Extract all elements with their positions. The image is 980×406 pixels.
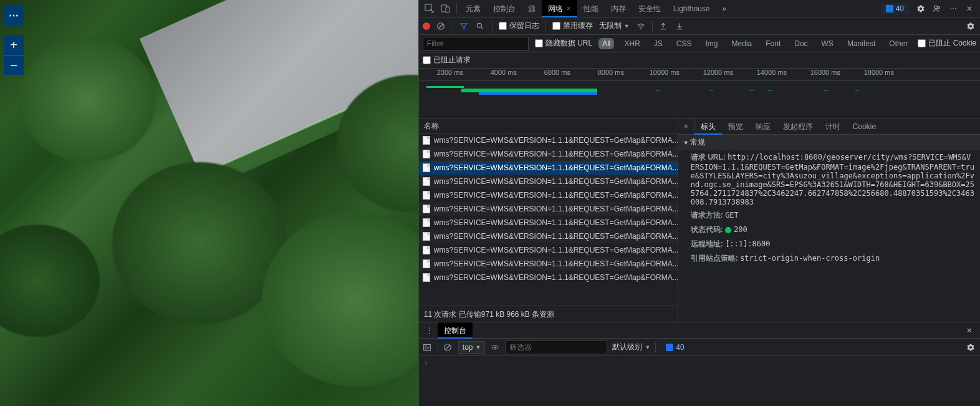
filter-font[interactable]: Font (762, 38, 784, 49)
upload-icon[interactable] (659, 22, 669, 31)
throttling-select[interactable]: 无限制▼ (599, 21, 630, 31)
drawer-close-icon[interactable]: ✕ (961, 322, 978, 339)
document-icon (423, 246, 430, 254)
timeline-tick: 6000 ms (544, 69, 570, 76)
tab-close-icon[interactable]: × (567, 4, 571, 13)
timeline-tick: 12000 ms (703, 69, 733, 76)
hide-data-urls-toggle[interactable]: 隐藏数据 URL (535, 38, 592, 49)
detail-tab-initiator[interactable]: 发起程序 (777, 118, 819, 135)
detail-tab-preview[interactable]: 预览 (722, 118, 749, 135)
tab-network[interactable]: 网络× (542, 0, 577, 17)
blocked-row: 已阻止请求 (419, 52, 980, 69)
zoom-out-button[interactable]: − (4, 55, 24, 75)
document-icon (423, 205, 430, 213)
request-row[interactable]: wms?SERVICE=WMS&VERSION=1.1.1&REQUEST=Ge… (419, 271, 678, 284)
tab-elements[interactable]: 元素 (459, 0, 487, 17)
tab-console[interactable]: 控制台 (487, 0, 522, 17)
download-icon[interactable] (675, 22, 685, 31)
filter-all[interactable]: All (598, 38, 614, 49)
detail-tab-cookies[interactable]: Cookie (847, 118, 882, 135)
request-row[interactable]: wms?SERVICE=WMS&VERSION=1.1.1&REQUEST=Ge… (419, 133, 678, 147)
inspect-icon[interactable] (421, 1, 438, 17)
issues-badge[interactable]: 40 (881, 3, 909, 14)
detail-tab-headers[interactable]: 标头 (694, 118, 722, 135)
filter-media[interactable]: Media (728, 38, 756, 49)
filter-doc[interactable]: Doc (790, 38, 811, 49)
request-summary: 11 次请求 已传输971 kB 966 kB 条资源 (419, 306, 678, 322)
preserve-log-toggle[interactable]: 保留日志 (499, 21, 539, 31)
wifi-icon[interactable] (636, 22, 646, 31)
filter-img[interactable]: Img (702, 38, 722, 49)
filter-xhr[interactable]: XHR (620, 38, 643, 49)
request-url: 请求 URL: http://localhost:8600/geoserver/… (678, 150, 980, 208)
status-dot-icon (725, 227, 731, 233)
map-menu-button[interactable]: ⋯ (4, 5, 24, 25)
network-toolbar: 保留日志 禁用缓存 无限制▼ (419, 17, 980, 35)
tab-memory[interactable]: 内存 (605, 0, 632, 17)
blocked-cookies-toggle[interactable]: 已阻止 Cookie (918, 38, 976, 49)
map-viewer[interactable]: ⋯ + − (0, 0, 418, 406)
timeline-tick: 8000 ms (598, 69, 624, 76)
tab-security[interactable]: 安全性 (632, 0, 667, 17)
console-settings-icon[interactable] (966, 343, 976, 352)
live-expression-icon[interactable] (490, 344, 500, 351)
request-row[interactable]: wms?SERVICE=WMS&VERSION=1.1.1&REQUEST=Ge… (419, 161, 678, 175)
filter-icon[interactable] (459, 22, 469, 31)
console-prompt-icon: › (424, 359, 428, 367)
close-devtools-icon[interactable]: ✕ (961, 1, 978, 17)
filter-manifest[interactable]: Manifest (843, 38, 879, 49)
request-row[interactable]: wms?SERVICE=WMS&VERSION=1.1.1&REQUEST=Ge… (419, 147, 678, 161)
detail-tab-timing[interactable]: 计时 (819, 118, 847, 135)
request-row[interactable]: wms?SERVICE=WMS&VERSION=1.1.1&REQUEST=Ge… (419, 243, 678, 257)
blocked-requests-toggle[interactable]: 已阻止请求 (423, 55, 471, 65)
console-issues-badge[interactable]: 40 (661, 342, 689, 353)
settings-icon[interactable] (913, 1, 929, 17)
account-icon[interactable] (929, 1, 945, 17)
zoom-in-button[interactable]: + (4, 35, 24, 55)
column-name[interactable]: 名称 (419, 118, 678, 133)
tab-performance[interactable]: 性能 (577, 0, 605, 17)
network-timeline[interactable]: 2000 ms4000 ms6000 ms8000 ms10000 ms1200… (419, 69, 980, 118)
console-sidebar-icon[interactable] (423, 343, 433, 352)
search-icon[interactable] (476, 22, 486, 31)
request-name: wms?SERVICE=WMS&VERSION=1.1.1&REQUEST=Ge… (434, 136, 678, 145)
filter-ws[interactable]: WS (818, 38, 837, 49)
svg-point-3 (934, 6, 938, 9)
console-clear-icon[interactable] (443, 343, 453, 352)
more-icon[interactable]: ⋯ (945, 1, 961, 17)
request-row[interactable]: wms?SERVICE=WMS&VERSION=1.1.1&REQUEST=Ge… (419, 188, 678, 202)
svg-point-4 (938, 6, 940, 9)
network-settings-icon[interactable] (966, 22, 976, 31)
filter-input[interactable] (423, 37, 529, 51)
filter-other[interactable]: Other (885, 38, 911, 49)
filter-js[interactable]: JS (650, 38, 666, 49)
detail-close-icon[interactable]: × (678, 118, 694, 135)
request-name: wms?SERVICE=WMS&VERSION=1.1.1&REQUEST=Ge… (434, 191, 678, 200)
log-level-select[interactable]: 默认级别▼ (612, 342, 650, 352)
request-row[interactable]: wms?SERVICE=WMS&VERSION=1.1.1&REQUEST=Ge… (419, 257, 678, 271)
issue-icon (886, 5, 893, 12)
drawer-menu-icon[interactable]: ⋮ (421, 322, 438, 339)
console-body[interactable]: › (419, 356, 980, 406)
detail-tab-response[interactable]: 响应 (749, 118, 777, 135)
request-row[interactable]: wms?SERVICE=WMS&VERSION=1.1.1&REQUEST=Ge… (419, 216, 678, 230)
clear-icon[interactable] (436, 22, 446, 31)
document-icon (423, 163, 430, 172)
record-button[interactable] (423, 22, 430, 30)
disable-cache-toggle[interactable]: 禁用缓存 (552, 21, 593, 31)
tab-sources[interactable]: 源 (522, 0, 542, 17)
device-toggle-icon[interactable] (438, 1, 454, 17)
filter-css[interactable]: CSS (673, 38, 696, 49)
more-tabs-icon[interactable]: » (716, 1, 733, 17)
console-filter-input[interactable] (505, 341, 607, 354)
section-general[interactable]: 常规 (678, 135, 980, 150)
request-row[interactable]: wms?SERVICE=WMS&VERSION=1.1.1&REQUEST=Ge… (419, 230, 678, 243)
request-row[interactable]: wms?SERVICE=WMS&VERSION=1.1.1&REQUEST=Ge… (419, 175, 678, 188)
context-select[interactable]: top▼ (458, 341, 486, 354)
tab-lighthouse[interactable]: Lighthouse (667, 0, 716, 17)
request-row[interactable]: wms?SERVICE=WMS&VERSION=1.1.1&REQUEST=Ge… (419, 202, 678, 216)
devtools-panel: 元素 控制台 源 网络× 性能 内存 安全性 Lighthouse » 40 ⋯… (418, 0, 980, 406)
status-code: 状态代码: 200 (678, 223, 980, 237)
drawer-tab-console[interactable]: 控制台 (438, 322, 473, 339)
request-name: wms?SERVICE=WMS&VERSION=1.1.1&REQUEST=Ge… (434, 177, 678, 186)
